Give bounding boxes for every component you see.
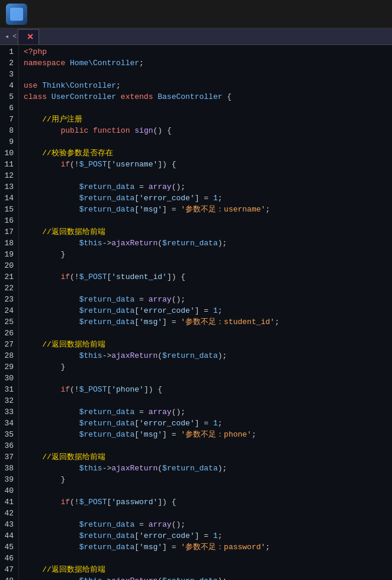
- code-line: $return_data['error_code'] = 1;: [24, 305, 387, 316]
- line-number: 40: [4, 485, 14, 496]
- app-meta: [375, 8, 386, 20]
- line-number: 46: [4, 553, 14, 564]
- code-content[interactable]: <?phpnamespace Home\Controller; use Thin…: [19, 45, 392, 580]
- code-line: //返回数据给前端: [24, 451, 387, 463]
- line-number: 39: [4, 474, 14, 485]
- code-line: [24, 170, 387, 181]
- line-number: 30: [4, 373, 14, 384]
- code-line: $return_data['error_code'] = 1;: [24, 193, 387, 204]
- line-number: 34: [4, 418, 14, 429]
- code-line: use Think\Controller;: [24, 80, 387, 91]
- line-number: 38: [4, 463, 14, 474]
- line-number: 37: [4, 451, 14, 463]
- line-number: 14: [4, 193, 14, 204]
- code-line: if(!$_POST['student_id']) {: [24, 271, 387, 283]
- code-line: if(!$_POST['username']) {: [24, 159, 387, 170]
- code-line: [24, 102, 387, 114]
- code-line: namespace Home\Controller;: [24, 57, 387, 69]
- code-line: [24, 485, 387, 496]
- line-number: 17: [4, 226, 14, 238]
- line-number: 13: [4, 181, 14, 193]
- line-number: 3: [4, 69, 14, 80]
- line-number: 41: [4, 496, 14, 508]
- code-line: $return_data['msg'] = '参数不足：username';: [24, 204, 387, 215]
- line-number: 18: [4, 238, 14, 249]
- line-number: 5: [4, 91, 14, 102]
- code-line: [24, 215, 387, 226]
- tab-nav-back[interactable]: ◂: [2, 32, 11, 41]
- code-line: $return_data['msg'] = '参数不足：phone';: [24, 429, 387, 440]
- line-number: 48: [4, 575, 14, 580]
- code-line: $return_data = array();: [24, 294, 387, 305]
- code-line: [24, 440, 387, 451]
- line-number: 22: [4, 283, 14, 294]
- line-number: 24: [4, 305, 14, 316]
- code-line: //返回数据给前端: [24, 564, 387, 575]
- line-number: 33: [4, 406, 14, 418]
- line-number: 21: [4, 271, 14, 283]
- code-line: }: [24, 249, 387, 260]
- line-number: 7: [4, 114, 14, 125]
- line-number: 1: [4, 46, 14, 57]
- code-line: $this->ajaxReturn($return_data);: [24, 575, 387, 580]
- code-line: if(!$_POST['password']) {: [24, 496, 387, 508]
- line-number: 15: [4, 204, 14, 215]
- code-line: <?php: [24, 46, 387, 57]
- app-icon-graphic: [10, 8, 23, 21]
- app-icon: [6, 4, 27, 25]
- code-line: $this->ajaxReturn($return_data);: [24, 350, 387, 361]
- code-line: $this->ajaxReturn($return_data);: [24, 238, 387, 249]
- line-number: 27: [4, 339, 14, 350]
- code-line: class UserController extends BaseControl…: [24, 91, 387, 102]
- line-number: 16: [4, 215, 14, 226]
- code-line: $return_data['error_code'] = 1;: [24, 530, 387, 541]
- line-number: 43: [4, 519, 14, 530]
- code-line: [24, 260, 387, 271]
- line-number: 35: [4, 429, 14, 440]
- line-numbers: 1234567891011121314151617181920212223242…: [0, 45, 19, 580]
- code-line: [24, 69, 387, 80]
- code-line: }: [24, 361, 387, 373]
- line-number: 36: [4, 440, 14, 451]
- code-line: //返回数据给前端: [24, 339, 387, 350]
- code-line: [24, 395, 387, 406]
- line-number: 4: [4, 80, 14, 91]
- tab-nav-sep: <: [11, 33, 18, 41]
- code-line: //用户注册: [24, 114, 387, 125]
- code-line: [24, 283, 387, 294]
- code-line: $return_data['msg'] = '参数不足：password';: [24, 541, 387, 553]
- code-line: $return_data = array();: [24, 181, 387, 193]
- code-line: [24, 136, 387, 148]
- code-line: [24, 328, 387, 339]
- code-line: public function sign() {: [24, 125, 387, 136]
- line-number: 9: [4, 136, 14, 148]
- header: [0, 0, 392, 28]
- code-line: if(!$_POST['phone']) {: [24, 384, 387, 395]
- line-number: 44: [4, 530, 14, 541]
- line-number: 2: [4, 57, 14, 69]
- line-number: 32: [4, 395, 14, 406]
- line-number: 6: [4, 102, 14, 114]
- line-number: 12: [4, 170, 14, 181]
- line-number: 23: [4, 294, 14, 305]
- line-number: 20: [4, 260, 14, 271]
- line-number: 47: [4, 564, 14, 575]
- line-number: 45: [4, 541, 14, 553]
- line-number: 28: [4, 350, 14, 361]
- code-line: [24, 373, 387, 384]
- code-editor: 1234567891011121314151617181920212223242…: [0, 45, 392, 580]
- tab-item[interactable]: ✕: [18, 29, 39, 44]
- code-line: //返回数据给前端: [24, 226, 387, 238]
- line-number: 11: [4, 159, 14, 170]
- line-number: 42: [4, 508, 14, 519]
- line-number: 10: [4, 148, 14, 159]
- tab-bar: ◂ < ✕: [0, 28, 392, 45]
- line-number: 8: [4, 125, 14, 136]
- line-number: 25: [4, 316, 14, 328]
- code-line: $return_data['error_code'] = 1;: [24, 418, 387, 429]
- tab-close-button[interactable]: ✕: [27, 32, 34, 41]
- code-line: $return_data['msg'] = '参数不足：student_id';: [24, 316, 387, 328]
- code-line: $this->ajaxReturn($return_data);: [24, 463, 387, 474]
- code-line: $return_data = array();: [24, 406, 387, 418]
- line-number: 31: [4, 384, 14, 395]
